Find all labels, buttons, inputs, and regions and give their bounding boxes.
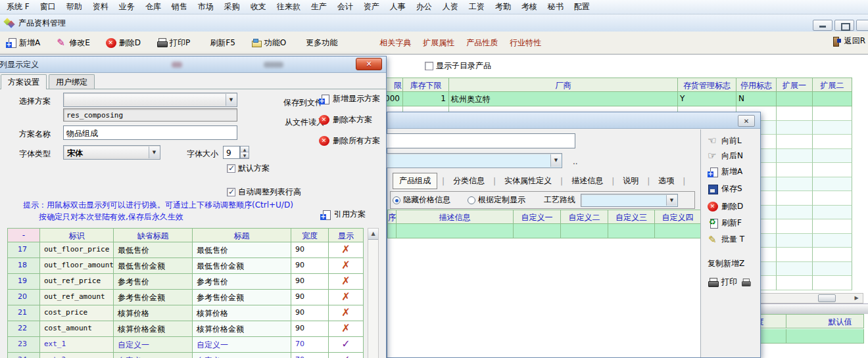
- font-size-input[interactable]: 9: [223, 146, 240, 159]
- menu-item[interactable]: 配置: [569, 0, 595, 14]
- auto-row-height-checkbox[interactable]: 自动调整列表行高: [227, 187, 301, 198]
- red-link[interactable]: 扩展属性: [423, 37, 454, 49]
- menu-item[interactable]: 市场: [193, 0, 219, 14]
- tab-说明[interactable]: 说明: [619, 173, 642, 189]
- route-combo[interactable]: ▼: [581, 194, 678, 207]
- ref-scheme-button[interactable]: 引用方案: [320, 209, 366, 220]
- menu-item[interactable]: 考核: [516, 0, 542, 14]
- red-link[interactable]: 相关字典: [379, 37, 411, 49]
- close-button[interactable]: [856, 20, 868, 31]
- product-select-combo[interactable]: ▼: [386, 153, 562, 168]
- tab-分类信息[interactable]: 分类信息: [449, 173, 489, 189]
- show-subdir-checkbox[interactable]: 显示子目录产品: [425, 60, 491, 72]
- side-button-删除D[interactable]: 删除D: [708, 201, 743, 212]
- restore-button[interactable]: [834, 20, 854, 31]
- side-button-新增A[interactable]: 新增A: [708, 166, 742, 177]
- menu-item[interactable]: 会计: [332, 0, 358, 14]
- menu-item[interactable]: 人资: [437, 0, 464, 14]
- side-button-打印[interactable]: 打印: [708, 277, 751, 288]
- table-row[interactable]: 17out_floor_price最低售价最低售价90✗: [8, 242, 364, 258]
- toolbar-button-功能O[interactable]: 功能O: [245, 35, 292, 51]
- hide-price-radio[interactable]: [393, 196, 400, 204]
- tab-实体属性定义[interactable]: 实体属性定义: [500, 173, 556, 189]
- side-button-刷新F[interactable]: 刷新F: [708, 217, 742, 229]
- red-link[interactable]: 产品性质: [466, 37, 498, 49]
- product-name-input[interactable]: [386, 133, 575, 148]
- tab-方案设置[interactable]: 方案设置: [1, 74, 47, 89]
- side-button-复制新增Z[interactable]: 复制新增Z: [708, 258, 744, 269]
- chevron-down-icon[interactable]: ▼: [149, 146, 159, 158]
- table-row[interactable]: 24ext_2自定义二自定义二70✓: [8, 353, 364, 358]
- menu-item[interactable]: 仓库: [140, 0, 166, 14]
- scrollbar-right-arrow[interactable]: ▶: [852, 294, 861, 303]
- vertical-scrollbar[interactable]: ▲: [368, 228, 379, 358]
- toolbar-button-修改E[interactable]: 修改E: [50, 35, 96, 51]
- table-row[interactable]: 18out_floor_amount最低售价金额最低售价金额90✗: [8, 258, 364, 274]
- menu-item[interactable]: 窗口: [35, 0, 61, 14]
- table-cell: 核算价格金额: [114, 321, 193, 337]
- return-button[interactable]: 返回R: [831, 35, 865, 47]
- toolbar-button-更多功能[interactable]: 更多功能: [296, 35, 343, 51]
- menu-item[interactable]: 办公: [411, 0, 437, 14]
- side-button-向后N[interactable]: 向后N: [708, 150, 743, 162]
- chevron-down-icon[interactable]: ▼: [226, 94, 236, 106]
- read-from-file-link[interactable]: 从文件读入: [285, 117, 324, 128]
- grid-selected-row[interactable]: 0001杭州奥立特YN: [369, 92, 852, 106]
- side-button-保存S[interactable]: 保存S: [708, 183, 742, 194]
- side-button-向前L[interactable]: 向前L: [708, 135, 742, 146]
- add-scheme-button[interactable]: 新增显示方案: [319, 93, 380, 104]
- tab-用户绑定[interactable]: 用户绑定: [49, 74, 95, 89]
- side-button-批量 T[interactable]: 批量 T: [708, 234, 744, 245]
- tab-描述信息[interactable]: 描述信息: [567, 173, 607, 189]
- menu-item[interactable]: 系统 F: [1, 0, 35, 14]
- save-to-file-link[interactable]: 保存到文件: [283, 97, 323, 108]
- menu-item[interactable]: 考勤: [490, 0, 516, 14]
- table-row[interactable]: 21cost_price核算价格核算价格90✗: [8, 305, 364, 321]
- browse-dots-button[interactable]: ..: [573, 157, 578, 166]
- composition-empty-row[interactable]: [388, 224, 701, 238]
- dialog2-close-icon[interactable]: ✕: [738, 115, 755, 127]
- menu-item[interactable]: 工资: [464, 0, 490, 14]
- toolbar-button-删除D[interactable]: 删除D: [100, 35, 147, 51]
- table-row[interactable]: 23ext_1自定义一自定义一70✓: [8, 337, 364, 353]
- menu-item[interactable]: 资产: [358, 0, 385, 14]
- dialog1-close-icon[interactable]: ✕: [356, 58, 382, 70]
- toolbar-button-打印P[interactable]: 打印P: [151, 35, 196, 51]
- default-scheme-checkbox[interactable]: 默认方案: [227, 163, 270, 174]
- font-size-spinner[interactable]: ▲ ▼: [240, 146, 249, 159]
- toolbar-button-刷新F5[interactable]: 刷新F5: [200, 35, 241, 51]
- menu-item[interactable]: 秘书: [542, 0, 569, 14]
- custom-display-radio[interactable]: [468, 196, 475, 204]
- menu-item[interactable]: 收支: [245, 0, 272, 14]
- grid-header-cell: 扩展一: [777, 78, 813, 92]
- menu-item[interactable]: 业务: [114, 0, 140, 14]
- toolbar-button-新增A[interactable]: 新增A: [0, 35, 46, 51]
- scrollbar-thumb[interactable]: [818, 294, 836, 302]
- menu-item[interactable]: 往来款: [272, 0, 306, 14]
- menu-item[interactable]: 销售: [166, 0, 193, 14]
- table-row[interactable]: 19out_ref_price参考售价参考售价90✗: [8, 274, 364, 290]
- menu-item[interactable]: 帮助: [61, 0, 87, 14]
- table-row[interactable]: 22cost_amount核算价格金额核算价格金额90✗: [8, 321, 364, 337]
- spinner-down-icon[interactable]: ▼: [241, 152, 249, 158]
- delete-scheme-button[interactable]: 删除本方案: [319, 114, 372, 125]
- delete-all-schemes-button[interactable]: 删除所有方案: [319, 135, 380, 146]
- scheme-name-input[interactable]: 物品组成: [63, 125, 237, 140]
- chevron-down-icon[interactable]: ▼: [666, 195, 677, 206]
- scrollbar-up-arrow[interactable]: ▲: [368, 229, 378, 240]
- menu-item[interactable]: 生产: [306, 0, 332, 14]
- select-scheme-combo[interactable]: ▼: [63, 93, 237, 107]
- minimize-button[interactable]: [813, 20, 832, 31]
- chevron-down-icon[interactable]: ▼: [550, 154, 561, 167]
- menu-item[interactable]: 资料: [87, 0, 114, 14]
- menu-item[interactable]: 采购: [219, 0, 245, 14]
- tab-产品组成[interactable]: 产品组成: [393, 173, 437, 189]
- checkbox-icon: [227, 164, 235, 173]
- menu-item[interactable]: 人事: [385, 0, 411, 14]
- red-link[interactable]: 行业特性: [510, 37, 541, 49]
- tab-选项[interactable]: 选项: [654, 173, 678, 189]
- column-header-cell: 标识: [40, 228, 114, 242]
- spinner-up-icon[interactable]: ▲: [241, 146, 249, 152]
- table-row[interactable]: 20out_ref_amount参考售价金额参考售价金额90✗: [8, 290, 364, 305]
- font-type-combo[interactable]: 宋体 ▼: [63, 145, 160, 160]
